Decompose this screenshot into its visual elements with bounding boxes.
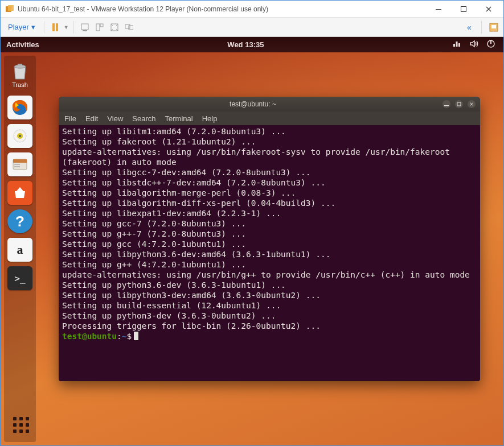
software-center-icon[interactable] — [7, 181, 32, 205]
dock: Trash ? a >_ — [4, 56, 36, 442]
firefox-icon[interactable] — [7, 96, 32, 119]
svg-rect-11 — [125, 24, 130, 28]
window-title: Ubuntu 64-bit_17_test - VMware Workstati… — [18, 5, 426, 13]
clock[interactable]: Wed 13:35 — [39, 40, 452, 49]
activities-button[interactable]: Activities — [6, 40, 39, 49]
separator — [481, 21, 482, 34]
menu-view[interactable]: View — [107, 114, 123, 123]
vmware-window: Ubuntu 64-bit_17_test - VMware Workstati… — [0, 0, 504, 446]
svg-rect-1 — [8, 5, 14, 11]
svg-rect-18 — [18, 64, 22, 65]
svg-point-22 — [19, 135, 21, 137]
svg-rect-14 — [491, 25, 496, 28]
terminal-menubar: File Edit View Search Terminal Help — [59, 112, 480, 125]
terminal-icon[interactable]: >_ — [7, 266, 32, 290]
unity-icon[interactable] — [93, 21, 106, 34]
terminal-window[interactable]: test@ubuntu: ~ File Edit View Search Ter… — [59, 97, 480, 381]
show-apps-icon[interactable] — [13, 417, 29, 439]
trash-icon[interactable]: Trash — [7, 59, 32, 91]
menu-search[interactable]: Search — [132, 114, 155, 123]
multimonitor-icon[interactable] — [123, 21, 136, 34]
separator — [44, 21, 44, 34]
desktop[interactable]: Trash ? a >_ test@ubuntu: ~ — [1, 52, 503, 445]
collapse-icon[interactable]: « — [463, 21, 476, 34]
svg-rect-8 — [96, 24, 100, 31]
player-label: Player — [8, 23, 29, 31]
svg-rect-4 — [52, 23, 55, 31]
svg-rect-2 — [436, 9, 441, 10]
pause-icon[interactable] — [49, 21, 62, 34]
guest-os: Activities Wed 13:35 Trash ? a >_ — [1, 37, 503, 445]
fullscreen-icon[interactable] — [108, 21, 121, 34]
files-icon[interactable] — [7, 152, 32, 176]
chevron-down-icon: ▾ — [31, 23, 35, 31]
svg-rect-6 — [81, 24, 88, 30]
trash-label: Trash — [12, 81, 28, 88]
window-minimize-icon[interactable] — [442, 100, 450, 108]
chevron-down-icon[interactable]: ▼ — [64, 24, 69, 30]
cursor — [134, 332, 138, 340]
maximize-button[interactable] — [451, 1, 476, 17]
svg-rect-3 — [461, 6, 466, 11]
send-ctrl-alt-del-icon[interactable] — [79, 21, 91, 34]
minimize-button[interactable] — [426, 1, 451, 17]
window-maximize-icon[interactable] — [455, 100, 463, 108]
svg-rect-16 — [490, 40, 491, 44]
svg-rect-26 — [14, 166, 20, 167]
close-button[interactable] — [476, 1, 501, 17]
rhythmbox-icon[interactable] — [7, 124, 32, 148]
system-tray[interactable] — [452, 39, 495, 50]
disk-icon[interactable] — [487, 21, 500, 34]
window-controls — [426, 1, 501, 17]
gnome-topbar[interactable]: Activities Wed 13:35 — [1, 37, 503, 52]
power-icon[interactable] — [486, 39, 495, 50]
prompt-user: test@ubuntu — [62, 332, 117, 341]
window-titlebar[interactable]: Ubuntu 64-bit_17_test - VMware Workstati… — [1, 1, 503, 18]
separator — [73, 21, 74, 34]
svg-rect-24 — [13, 159, 27, 163]
volume-icon[interactable] — [469, 39, 478, 50]
window-close-icon[interactable] — [468, 100, 476, 108]
svg-rect-5 — [56, 23, 58, 31]
terminal-titlebar[interactable]: test@ubuntu: ~ — [59, 97, 480, 112]
help-icon[interactable]: ? — [7, 209, 32, 233]
terminal-title: test@ubuntu: ~ — [63, 100, 442, 108]
menu-edit[interactable]: Edit — [85, 114, 98, 123]
menu-terminal[interactable]: Terminal — [165, 114, 193, 123]
vmware-icon — [5, 5, 14, 14]
menu-file[interactable]: File — [64, 114, 76, 123]
svg-rect-7 — [83, 30, 87, 31]
svg-rect-27 — [444, 105, 449, 106]
svg-rect-25 — [14, 164, 20, 165]
player-menu-button[interactable]: Player ▾ — [4, 20, 39, 35]
prompt-path: ~ — [122, 332, 127, 341]
amazon-icon[interactable]: a — [7, 238, 32, 262]
vmware-toolbar: Player ▾ ▼ « — [1, 18, 503, 37]
menu-help[interactable]: Help — [202, 114, 218, 123]
svg-rect-9 — [100, 24, 103, 27]
network-icon[interactable] — [452, 39, 461, 50]
terminal-body[interactable]: Setting up libitm1:amd64 (7.2.0-8ubuntu3… — [59, 125, 480, 381]
svg-rect-12 — [129, 26, 133, 30]
svg-rect-28 — [457, 102, 461, 106]
